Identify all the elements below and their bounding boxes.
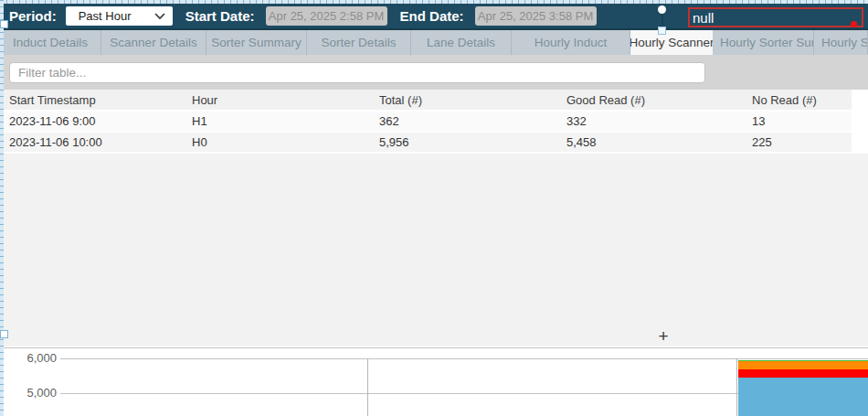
end-date-label: End Date:	[400, 8, 464, 24]
period-select[interactable]: Past Hour	[66, 6, 173, 26]
column-header-hour[interactable]: Hour	[192, 93, 379, 107]
ruler-guide-handle[interactable]	[0, 20, 8, 28]
ruler-guide-handle[interactable]	[0, 330, 8, 338]
ruler-vertical	[0, 0, 4, 416]
ruler-horizontal	[0, 0, 868, 4]
cell-total: 362	[379, 114, 566, 128]
tab-sorter-details[interactable]: Sorter Details	[307, 30, 411, 55]
crosshair-cursor-icon: +	[654, 327, 672, 346]
no-read-bar-segment	[738, 369, 868, 378]
column-header-total[interactable]: Total (#)	[379, 93, 566, 107]
good-read-bar-segment	[738, 378, 868, 416]
start-date-label: Start Date:	[185, 8, 255, 24]
app-screen: Period: Past Hour Start Date: End Date: …	[0, 0, 868, 416]
cell-hour: H1	[192, 114, 379, 128]
column-header-good-read[interactable]: Good Read (#)	[566, 93, 752, 107]
inspected-field-value: null	[693, 10, 714, 26]
start-date-input[interactable]	[266, 6, 387, 26]
chart-gridline-vertical	[736, 358, 737, 416]
cell-no-read: 13	[752, 114, 868, 128]
end-date-input[interactable]	[475, 6, 597, 26]
selection-handle-top[interactable]	[658, 5, 666, 14]
table-row[interactable]: 2023-11-06 9:00 H1 362 332 13	[0, 112, 868, 133]
cell-hour: H0	[192, 135, 379, 149]
filter-bar	[0, 55, 868, 90]
table-scrollbar-track[interactable]	[852, 90, 868, 154]
dashboard: Period: Past Hour Start Date: End Date: …	[0, 0, 868, 416]
table-header-row: Start Timestamp Hour Total (#) Good Read…	[0, 90, 868, 112]
cell-start-timestamp: 2023-11-06 9:00	[9, 114, 192, 128]
tab-hourly-sorter-summary[interactable]: Hourly Sorter Summar	[713, 30, 814, 55]
y-axis-tick-label: 5,000	[11, 386, 57, 400]
cell-good-read: 332	[566, 114, 752, 128]
tab-hourly-scanner[interactable]: Hourly Scanner	[630, 30, 713, 55]
selection-handle-bottom[interactable]	[658, 27, 666, 35]
chart-gridline-vertical	[367, 358, 368, 416]
table-empty-area	[0, 154, 868, 346]
inspected-field[interactable]: null	[688, 7, 863, 27]
tab-sorter-summary[interactable]: Sorter Summary	[206, 30, 307, 55]
cell-start-timestamp: 2023-11-06 10:00	[9, 135, 192, 149]
hourly-scanner-chart: 6,0005,000	[0, 348, 868, 416]
record-dot-icon	[851, 21, 857, 27]
cell-good-read: 5,458	[566, 135, 752, 149]
column-header-start-timestamp[interactable]: Start Timestamp	[9, 93, 192, 107]
table-row[interactable]: 2023-11-06 10:00 H0 5,956 5,458 225	[0, 133, 868, 154]
column-header-no-read[interactable]: No Read (#)	[752, 93, 868, 107]
tab-hourly-induct[interactable]: Hourly Induct	[512, 30, 630, 55]
tab-induct-details[interactable]: Induct Details	[0, 30, 101, 55]
tab-bar: Induct Details Scanner Details Sorter Su…	[0, 30, 868, 55]
cell-no-read: 225	[752, 135, 868, 149]
tab-lane-details[interactable]: Lane Details	[411, 30, 512, 55]
cell-total: 5,956	[379, 135, 566, 149]
period-select-value: Past Hour	[66, 9, 132, 23]
y-axis-tick-label: 6,000	[11, 351, 57, 365]
tab-hourly-sorter[interactable]: Hourly Sort	[814, 30, 868, 55]
period-label: Period:	[9, 8, 57, 24]
orange-segment-bar-segment	[738, 361, 868, 369]
tab-scanner-details[interactable]: Scanner Details	[101, 30, 206, 55]
filter-table-input[interactable]	[9, 62, 705, 83]
